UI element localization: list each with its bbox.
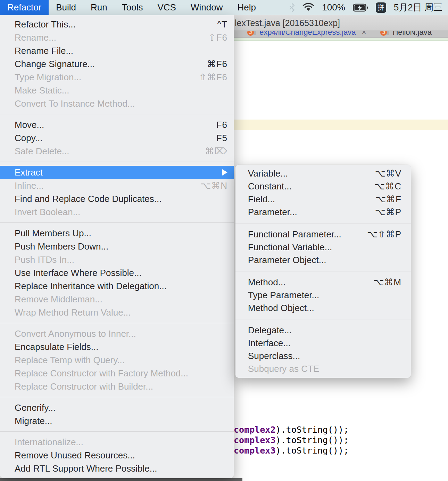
submenu-arrow-icon	[222, 169, 227, 176]
menubar-item-help[interactable]: Help	[230, 0, 263, 15]
menu-item-convert-anonymous-to-inner: Convert Anonymous to Inner...	[0, 327, 234, 340]
editor-tab-bar: J exp4/lil/ChangeExpress.java × J HelloN…	[233, 31, 448, 38]
menu-item-label: Subquery as CTE	[248, 364, 319, 374]
menu-separator	[0, 222, 234, 223]
menu-item-label: Parameter...	[248, 207, 297, 218]
menu-item-inline: Inline...⌥⌘N	[0, 179, 234, 192]
editor-tab-label: exp4/lil/ChangeExpress.java	[259, 31, 356, 37]
menu-item-use-interface-where-possible[interactable]: Use Interface Where Possible...	[0, 266, 234, 279]
menu-item-label: Change Signature...	[15, 59, 95, 70]
menubar-item-label: VCS	[158, 2, 176, 13]
menu-item-shortcut: ⌘F6	[207, 59, 227, 70]
editor-tab-label: HelloN.java	[392, 31, 432, 37]
submenu-item-interface[interactable]: Interface...	[235, 337, 411, 350]
bluetooth-icon[interactable]	[289, 3, 295, 12]
menu-item-replace-inheritance-with-delegation[interactable]: Replace Inheritance with Delegation...	[0, 279, 234, 293]
menu-item-replace-constructor-with-builder: Replace Constructor with Builder...	[0, 380, 234, 393]
submenu-item-delegate[interactable]: Delegate...	[235, 324, 411, 337]
menu-item-convert-to-instance-method: Convert To Instance Method...	[0, 97, 234, 110]
menu-separator	[0, 114, 234, 114]
menu-item-label: Replace Inheritance with Delegation...	[15, 281, 167, 292]
menubar-item-label: Refactor	[7, 2, 41, 13]
navigation-strip	[233, 38, 448, 41]
menu-item-shortcut: ⇧⌘F6	[199, 72, 227, 83]
submenu-item-functional-parameter[interactable]: Functional Parameter...⌥⇧⌘P	[235, 228, 411, 241]
menu-item-label: Encapsulate Fields...	[15, 342, 98, 352]
submenu-item-method[interactable]: Method...⌥⌘M	[235, 276, 411, 289]
submenu-item-parameter-object[interactable]: Parameter Object...	[235, 254, 411, 267]
menu-separator	[0, 323, 234, 323]
menu-item-shortcut: ⌥⌘F	[375, 194, 401, 205]
menu-item-label: Migrate...	[15, 416, 52, 426]
menu-separator	[0, 431, 234, 432]
menu-item-label: Refactor This...	[15, 19, 76, 30]
menubar-item-vcs[interactable]: VCS	[150, 0, 183, 15]
menu-item-add-rtl-support-where-possible[interactable]: Add RTL Support Where Possible...	[0, 462, 234, 475]
menu-item-shortcut: F6	[216, 120, 227, 130]
submenu-item-functional-variable[interactable]: Functional Variable...	[235, 241, 411, 254]
menu-item-label: Extract	[15, 167, 43, 178]
submenu-item-type-parameter[interactable]: Type Parameter...	[235, 289, 411, 302]
menu-item-extract[interactable]: Extract	[0, 166, 234, 179]
submenu-item-parameter[interactable]: Parameter...⌥⌘P	[235, 206, 411, 219]
menu-separator	[0, 397, 234, 397]
menu-item-label: Convert Anonymous to Inner...	[15, 328, 136, 339]
menubar-clock[interactable]: 5月2日 周三	[394, 1, 442, 14]
menu-item-label: Functional Variable...	[248, 242, 332, 253]
menu-item-label: Pull Members Up...	[15, 228, 91, 239]
menu-item-label: Push ITDs In...	[15, 254, 74, 265]
close-icon[interactable]: ×	[362, 31, 366, 37]
menu-item-label: Generify...	[15, 402, 56, 413]
editor-tab-change-express[interactable]: J exp4/lil/ChangeExpress.java ×	[243, 31, 370, 38]
menubar-item-label: Build	[56, 2, 76, 13]
menu-item-find-and-replace-code-duplicates[interactable]: Find and Replace Code Duplicates...	[0, 192, 234, 205]
menu-item-label: Remove Middleman...	[15, 294, 102, 305]
menu-item-rename-file[interactable]: Rename File...	[0, 44, 234, 57]
menu-item-refactor-this[interactable]: Refactor This...^T	[0, 18, 234, 31]
menu-item-label: Push Members Down...	[15, 241, 108, 252]
menu-item-shortcut: F5	[216, 133, 227, 144]
menu-item-label: Safe Delete...	[15, 146, 69, 157]
menu-item-label: Internationalize...	[15, 437, 83, 448]
menu-item-label: Method Object...	[248, 303, 314, 313]
menu-item-label: Superclass...	[248, 351, 300, 361]
submenu-item-superclass[interactable]: Superclass...	[235, 350, 411, 362]
menubar-item-run[interactable]: Run	[83, 0, 115, 15]
battery-percent[interactable]: 100%	[322, 2, 345, 13]
menu-item-label: Replace Constructor with Factory Method.…	[15, 368, 188, 379]
menubar-item-window[interactable]: Window	[183, 0, 230, 15]
menu-separator	[235, 271, 411, 271]
menu-item-label: Add RTL Support Where Possible...	[15, 463, 157, 474]
menu-item-label: Replace Temp with Query...	[15, 355, 125, 366]
menu-item-pull-members-up[interactable]: Pull Members Up...	[0, 227, 234, 240]
submenu-item-constant[interactable]: Constant...⌥⌘C	[235, 180, 411, 193]
menu-item-shortcut: ⌥⌘M	[373, 277, 401, 288]
menu-item-remove-unused-resources[interactable]: Remove Unused Resources...	[0, 449, 234, 462]
menu-item-generify[interactable]: Generify...	[0, 401, 234, 414]
menubar-item-refactor[interactable]: Refactor	[0, 0, 49, 15]
battery-charging-icon[interactable]	[353, 3, 368, 12]
input-method-badge[interactable]: 拼	[376, 2, 386, 13]
menu-item-label: Variable...	[248, 168, 288, 179]
menu-item-invert-boolean: Invert Boolean...	[0, 205, 234, 219]
editor-tab-hello[interactable]: J HelloN.java	[376, 31, 436, 38]
menu-item-push-itds-in: Push ITDs In...	[0, 253, 234, 266]
menu-item-push-members-down[interactable]: Push Members Down...	[0, 240, 234, 253]
menu-item-change-signature[interactable]: Change Signature...⌘F6	[0, 57, 234, 71]
menu-item-label: Use Interface Where Possible...	[15, 268, 142, 278]
submenu-item-field[interactable]: Field...⌥⌘F	[235, 193, 411, 206]
menu-item-copy[interactable]: Copy...F5	[0, 131, 234, 145]
menu-item-move[interactable]: Move...F6	[0, 118, 234, 131]
menu-item-migrate[interactable]: Migrate...	[0, 414, 234, 427]
menu-item-label: Replace Constructor with Builder...	[15, 381, 153, 392]
menu-separator	[0, 162, 234, 162]
wifi-icon[interactable]	[302, 3, 314, 12]
menubar-item-build[interactable]: Build	[49, 0, 83, 15]
menubar-item-label: Help	[237, 2, 256, 13]
menu-item-label: Field...	[248, 194, 275, 205]
menu-item-encapsulate-fields[interactable]: Encapsulate Fields...	[0, 340, 234, 353]
submenu-item-method-object[interactable]: Method Object...	[235, 302, 411, 315]
menu-item-internationalize: Internationalize...	[0, 435, 234, 449]
menubar-item-tools[interactable]: Tools	[115, 0, 150, 15]
submenu-item-variable[interactable]: Variable...⌥⌘V	[235, 167, 411, 180]
